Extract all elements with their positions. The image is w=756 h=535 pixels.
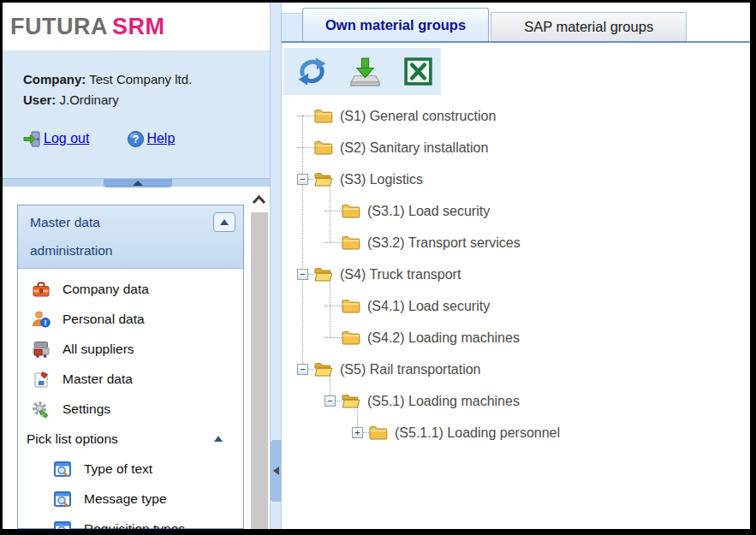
svg-text:?: ? [133,133,140,145]
picklist-search-icon [52,490,73,508]
user-value: J.Ordinary [60,92,119,107]
refresh-button[interactable] [296,56,328,87]
tree-node[interactable]: (S4.2) Loading machines [324,322,750,354]
tree-connector-stub [324,337,342,338]
sidebar-item-requisition-types[interactable]: Requisition types [18,514,243,529]
sidebar-item-label: Type of text [84,461,152,477]
settings-icon [31,400,51,419]
folder-open-icon [314,172,333,187]
tab-own-material-groups[interactable]: Own material groups [302,8,489,41]
splitter-collapse-handle[interactable] [271,440,281,502]
logout-door-icon [23,129,42,148]
tree-connector-stub [308,179,314,180]
folder-icon [342,299,360,314]
help-link[interactable]: ? Help [127,130,175,148]
help-icon: ? [127,130,145,148]
sidebar-item-settings[interactable]: Settings [18,394,243,424]
tree-node-label: (S5) Rail transportation [340,362,481,377]
tab-sap-material-groups[interactable]: SAP material groups [491,12,687,41]
tree-node[interactable]: (S4.1) Load security [324,290,750,322]
tabstrip-lead [282,13,302,41]
tree-node[interactable]: (S4) Truck transport [297,259,750,290]
menu-collapse-button[interactable] [213,212,235,232]
folder-open-icon [342,394,360,409]
splitter-collapse-handle[interactable] [104,179,172,187]
chevron-up-icon [133,181,143,186]
sidebar-item-label: All suppliers [63,342,134,357]
export-excel-icon [402,56,434,87]
sidebar-item-company-data[interactable]: Company data [18,274,243,304]
vertical-splitter[interactable] [270,3,282,529]
sidebar-item-label: Requisition types [84,521,185,530]
refresh-icon [296,56,328,87]
sidebar-item-master-data[interactable]: Master data [18,364,243,394]
tree-connector-stub [308,369,314,370]
tree-node-label: (S1) General construction [340,109,496,124]
sidebar-item-personal-data[interactable]: ! Personal data [18,304,243,334]
tree-node-label: (S3) Logistics [340,172,423,187]
tree-connector-stub [308,274,314,275]
sidebar-scrollbar[interactable] [248,187,270,529]
material-group-tree: (S1) General construction (S2) Sanitary … [282,95,750,529]
collapse-toggle-icon[interactable] [297,364,308,375]
picklist-search-icon [52,460,73,479]
sidebar-item-label: Message type [84,491,167,507]
tree-node-label: (S4.2) Loading machines [367,330,520,346]
user-label: User: [23,92,56,107]
folder-open-icon [314,267,333,282]
chevron-up-icon [214,436,223,442]
tree-node[interactable]: (S5.1) Loading machines [324,385,750,417]
tree-connector-stub [363,432,369,433]
sidebar-section-pick-list-options[interactable]: Pick list options [18,424,243,454]
expand-toggle-icon[interactable] [352,427,363,438]
tree-node[interactable]: (S3) Logistics [297,163,750,195]
collapse-toggle-icon[interactable] [324,395,336,407]
folder-icon [342,330,360,346]
tree-node[interactable]: (S5) Rail transportation [297,354,750,385]
folder-icon [369,425,388,441]
tab-bar: Own material groups SAP material groups [282,3,750,43]
tree-connector-stub [324,306,342,306]
tree-node-label: (S5.1) Loading machines [367,394,520,409]
tree-connector-stub [297,116,314,116]
sidebar-item-label: Company data [63,282,149,297]
master-data-icon [31,370,51,389]
sidebar-item-label: Personal data [63,312,145,327]
tree-connector-stub [297,147,314,148]
logo-product-text: SRM [112,14,165,40]
sidebar-item-type-of-text[interactable]: Type of text [18,454,243,484]
download-icon [349,56,381,87]
logout-label: Log out [44,131,89,146]
tree-node[interactable]: (S3.1) Load security [324,195,750,227]
tree-node[interactable]: (S1) General construction [297,100,750,132]
tree-node-label: (S4.1) Load security [367,299,490,314]
scrollbar-track[interactable] [251,212,268,529]
tree-node[interactable]: (S3.2) Transport services [324,227,750,259]
chevron-left-icon [273,467,279,475]
tree-node[interactable]: (S2) Sanitary installation [297,132,750,163]
menu-header-line2: administration [30,236,233,265]
chevron-up-icon [220,219,229,225]
menu-group-header[interactable]: Master data administration [18,205,243,269]
collapse-toggle-icon[interactable] [297,269,308,280]
tree-node-label: (S2) Sanitary installation [340,140,488,156]
sidebar-item-message-type[interactable]: Message type [18,484,243,514]
navigation-menu: Master data administration [17,205,244,529]
tab-label: Own material groups [325,17,466,33]
collapse-toggle-icon[interactable] [297,174,308,185]
sidebar-item-all-suppliers[interactable]: All suppliers [18,334,243,364]
folder-icon [314,109,333,124]
horizontal-splitter[interactable] [3,178,270,187]
section-label: Pick list options [27,431,118,447]
tree-node[interactable]: (S5.1.1) Loading personnel [352,417,750,449]
company-data-icon [31,280,51,299]
all-suppliers-icon [31,340,51,359]
download-button[interactable] [349,56,381,87]
tree-connector-stub [324,242,342,243]
picklist-search-icon [52,520,73,530]
export-excel-button[interactable] [402,56,434,87]
logout-link[interactable]: Log out [23,129,89,148]
scroll-up-button[interactable] [248,187,270,212]
tree-node-label: (S5.1.1) Loading personnel [395,425,560,441]
help-label: Help [146,131,175,146]
